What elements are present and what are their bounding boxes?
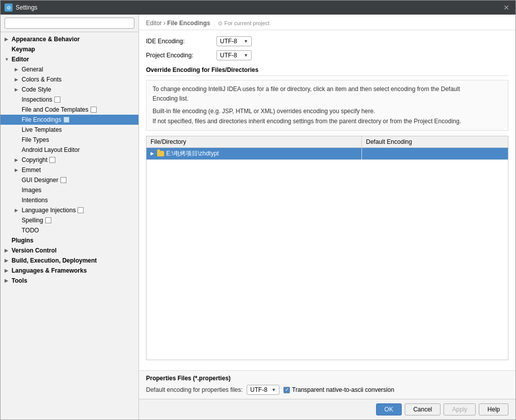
sidebar-item-file-encodings[interactable]: File Encodings xyxy=(1,115,138,125)
row-arrow-icon: ▶ xyxy=(151,151,154,156)
ide-encoding-row: IDE Encoding: UTF-8 ▼ xyxy=(146,36,508,46)
override-section-title: Override Encoding for Files/Directories xyxy=(146,66,508,76)
info-box: To change encoding IntelliJ IDEA uses fo… xyxy=(146,80,508,131)
sidebar-item-language-injections[interactable]: ▶ Language Injections xyxy=(1,205,138,215)
ide-encoding-label: IDE Encoding: xyxy=(146,38,216,45)
close-button[interactable]: ✕ xyxy=(501,4,511,12)
sidebar-item-tools[interactable]: ▶ Tools xyxy=(1,276,138,286)
properties-encoding-value: UTF-8 xyxy=(250,386,267,393)
sidebar-item-file-code-templates[interactable]: File and Code Templates xyxy=(1,105,138,115)
sidebar-item-label: File Types xyxy=(22,136,49,143)
sidebar-item-label: Inspections xyxy=(22,96,52,103)
sidebar-item-intentions[interactable]: Intentions xyxy=(1,195,138,205)
search-input[interactable] xyxy=(5,18,134,29)
window-title: Settings xyxy=(16,4,501,11)
properties-encoding-dropdown[interactable]: UTF-8 ▼ xyxy=(247,385,279,395)
search-box xyxy=(1,15,138,32)
sidebar-item-android-layout[interactable]: Android Layout Editor xyxy=(1,145,138,155)
page-icon xyxy=(54,97,60,103)
breadcrumb-arrow: › xyxy=(164,20,167,27)
col-default-encoding: Default Encoding xyxy=(362,136,508,147)
checkbox-label: Transparent native-to-ascii conversion xyxy=(292,386,394,393)
sidebar-item-build-execution[interactable]: ▶ Build, Execution, Deployment xyxy=(1,256,138,266)
sidebar-item-images[interactable]: Images xyxy=(1,185,138,195)
table-row[interactable]: ▶ E:\电烤项目\zhdtypt xyxy=(146,148,508,160)
sidebar-item-label: Tools xyxy=(12,277,27,284)
sidebar-item-emmet[interactable]: ▶ Emmet xyxy=(1,165,138,175)
sidebar-item-live-templates[interactable]: Live Templates xyxy=(1,125,138,135)
ide-encoding-value: UTF-8 xyxy=(220,38,237,45)
expand-arrow: ▶ xyxy=(15,208,21,213)
sidebar-item-label: Copyright xyxy=(22,156,47,163)
properties-section-title: Properties Files (*.properties) xyxy=(146,375,508,382)
sidebar: ▶ Appearance & Behavior Keymap ▼ Editor … xyxy=(1,15,139,419)
sidebar-item-label: Spelling xyxy=(22,217,43,224)
sidebar-item-appearance[interactable]: ▶ Appearance & Behavior xyxy=(1,34,138,44)
path-value: E:\电烤项目\zhdtypt xyxy=(166,149,219,158)
cancel-button[interactable]: Cancel xyxy=(405,403,440,415)
project-encoding-label: Project Encoding: xyxy=(146,52,216,59)
apply-button[interactable]: Apply xyxy=(444,403,476,415)
properties-row: Default encoding for properties files: U… xyxy=(146,385,508,395)
table-body: ▶ E:\电烤项目\zhdtypt xyxy=(146,148,508,360)
sidebar-item-copyright[interactable]: ▶ Copyright xyxy=(1,155,138,165)
panel-header: Editor › File Encodings ⊙ For current pr… xyxy=(139,15,515,30)
expand-arrow: ▶ xyxy=(5,248,11,253)
sidebar-item-colors-fonts[interactable]: ▶ Colors & Fonts xyxy=(1,74,138,85)
expand-arrow: ▶ xyxy=(5,37,11,42)
sidebar-item-todo[interactable]: TODO xyxy=(1,225,138,235)
sidebar-item-editor[interactable]: ▼ Editor xyxy=(1,54,138,64)
folder-icon xyxy=(157,151,164,156)
sidebar-item-file-types[interactable]: File Types xyxy=(1,135,138,145)
sidebar-item-label: Android Layout Editor xyxy=(22,146,80,153)
main-content: ▶ Appearance & Behavior Keymap ▼ Editor … xyxy=(1,15,515,419)
sidebar-item-label: Colors & Fonts xyxy=(22,76,61,83)
panel-subtitle: ⊙ For current project xyxy=(218,20,269,27)
sidebar-item-code-style[interactable]: ▶ Code Style xyxy=(1,85,138,95)
transparent-conversion-checkbox[interactable]: ✓ Transparent native-to-ascii conversion xyxy=(283,386,394,393)
sidebar-item-label: File and Code Templates xyxy=(22,106,89,113)
sidebar-item-label: Editor xyxy=(12,56,29,63)
sidebar-item-general[interactable]: ▶ General xyxy=(1,64,138,74)
sidebar-item-label: Images xyxy=(22,187,41,194)
expand-arrow: ▶ xyxy=(15,77,21,82)
dropdown-arrow-icon: ▼ xyxy=(244,39,248,44)
sidebar-item-plugins[interactable]: Plugins xyxy=(1,235,138,245)
title-bar: ⚙ Settings ✕ xyxy=(1,1,515,15)
sidebar-item-label: File Encodings xyxy=(22,116,61,123)
ide-encoding-dropdown[interactable]: UTF-8 ▼ xyxy=(216,36,252,46)
project-encoding-value: UTF-8 xyxy=(220,52,237,59)
page-icon xyxy=(78,207,84,213)
settings-tree: ▶ Appearance & Behavior Keymap ▼ Editor … xyxy=(1,32,138,419)
sidebar-item-spelling[interactable]: Spelling xyxy=(1,215,138,225)
info-line2: Encoding list. xyxy=(153,94,502,104)
properties-section: Properties Files (*.properties) Default … xyxy=(139,370,515,399)
table-cell-encoding xyxy=(362,152,508,155)
help-button[interactable]: Help xyxy=(479,403,508,415)
expand-arrow: ▶ xyxy=(5,278,11,283)
sidebar-item-version-control[interactable]: ▶ Version Control xyxy=(1,245,138,256)
expand-arrow: ▼ xyxy=(5,57,11,62)
dropdown-arrow-icon: ▼ xyxy=(271,387,276,392)
checkmark-icon: ✓ xyxy=(285,387,289,392)
project-encoding-dropdown[interactable]: UTF-8 ▼ xyxy=(216,50,252,60)
sidebar-item-label: Emmet xyxy=(22,166,41,174)
project-encoding-row: Project Encoding: UTF-8 ▼ xyxy=(146,50,508,60)
sidebar-item-label: Languages & Frameworks xyxy=(12,267,87,274)
panel-body: IDE Encoding: UTF-8 ▼ Project Encoding: … xyxy=(139,30,515,370)
expand-arrow: ▶ xyxy=(15,167,21,173)
col-file-directory: File/Directory xyxy=(146,136,362,147)
expand-arrow: ▶ xyxy=(5,258,11,263)
sidebar-item-languages-frameworks[interactable]: ▶ Languages & Frameworks xyxy=(1,266,138,276)
properties-label: Default encoding for properties files: xyxy=(146,386,243,393)
sidebar-item-label: Version Control xyxy=(12,247,56,254)
table-cell-path: ▶ E:\电烤项目\zhdtypt xyxy=(146,148,362,159)
ok-button[interactable]: OK xyxy=(376,403,402,415)
sidebar-item-keymap[interactable]: Keymap xyxy=(1,44,138,54)
sidebar-item-gui-designer[interactable]: GUI Designer xyxy=(1,175,138,185)
sidebar-item-label: Keymap xyxy=(12,46,35,53)
dropdown-arrow-icon: ▼ xyxy=(244,53,248,58)
sidebar-item-inspections[interactable]: Inspections xyxy=(1,95,138,105)
settings-window: ⚙ Settings ✕ ▶ Appearance & Behavior Key… xyxy=(0,0,516,420)
expand-arrow: ▶ xyxy=(5,268,11,273)
